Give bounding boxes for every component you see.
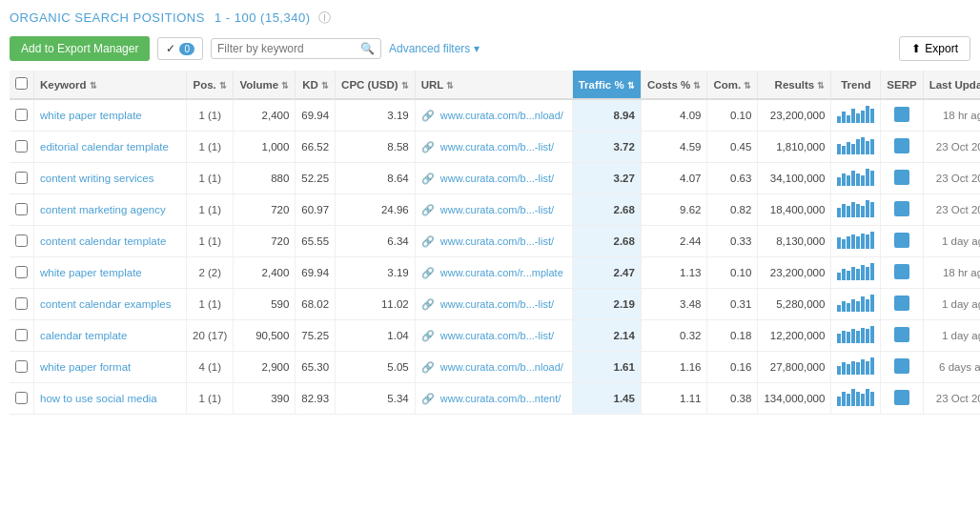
serp-cell[interactable] xyxy=(881,226,923,257)
traffic-cell: 1.45 xyxy=(572,383,641,415)
col-header-results[interactable]: Results ⇅ xyxy=(758,71,831,99)
col-header-url[interactable]: URL ⇅ xyxy=(415,71,572,99)
url-link[interactable]: www.curata.com/b...-list/ xyxy=(440,141,554,153)
trend-bar-segment xyxy=(847,175,850,186)
serp-cell[interactable] xyxy=(881,132,923,163)
serp-icon[interactable] xyxy=(894,296,909,311)
keyword-cell: calendar template xyxy=(34,320,187,352)
cpc-cell: 5.05 xyxy=(336,352,416,383)
serp-cell[interactable] xyxy=(881,194,923,226)
keyword-link[interactable]: content calendar examples xyxy=(40,298,171,310)
serp-cell[interactable] xyxy=(881,383,923,415)
row-checkbox-cell xyxy=(10,383,34,415)
col-header-kd[interactable]: KD ⇅ xyxy=(296,71,336,99)
check-button[interactable]: ✓ 0 xyxy=(157,37,203,60)
trend-cell xyxy=(831,99,881,132)
trend-bar-segment xyxy=(866,267,869,280)
serp-cell[interactable] xyxy=(881,163,923,194)
advanced-filters-link[interactable]: Advanced filters ▾ xyxy=(389,42,480,55)
row-checkbox[interactable] xyxy=(15,140,28,153)
select-all-checkbox[interactable] xyxy=(15,77,28,90)
sort-arrow-traffic: ⇅ xyxy=(627,81,635,91)
url-link[interactable]: www.curata.com/b...-list/ xyxy=(440,330,554,341)
keyword-link[interactable]: content writing services xyxy=(40,173,154,184)
keyword-link[interactable]: white paper format xyxy=(40,361,131,373)
url-link[interactable]: www.curata.com/b...-list/ xyxy=(440,204,554,215)
row-checkbox[interactable] xyxy=(15,392,28,404)
trend-bar-segment xyxy=(870,139,874,154)
row-checkbox[interactable] xyxy=(15,172,28,184)
col-header-lastupdate[interactable]: Last Update ⇅ xyxy=(923,71,980,99)
trend-bar xyxy=(837,200,874,217)
lastupdate-cell: 23 Oct 2017 xyxy=(923,194,980,226)
url-link[interactable]: www.curata.com/b...nload/ xyxy=(440,361,563,373)
costs-cell: 3.48 xyxy=(641,289,707,320)
serp-cell[interactable] xyxy=(881,320,923,352)
col-header-costs[interactable]: Costs % ⇅ xyxy=(641,71,707,99)
col-header-traffic[interactable]: Traffic % ⇅ xyxy=(572,71,641,99)
volume-cell: 590 xyxy=(234,289,296,320)
keyword-link[interactable]: white paper template xyxy=(40,110,142,121)
url-link[interactable]: www.curata.com/r...mplate xyxy=(440,267,563,278)
col-header-volume[interactable]: Volume ⇅ xyxy=(234,71,296,99)
kd-cell: 75.25 xyxy=(296,320,336,352)
serp-icon[interactable] xyxy=(894,201,909,216)
row-checkbox[interactable] xyxy=(15,297,28,310)
traffic-cell: 2.14 xyxy=(572,320,641,352)
keyword-link[interactable]: content calendar template xyxy=(40,235,166,247)
keyword-link[interactable]: content marketing agency xyxy=(40,204,166,215)
keyword-cell: white paper template xyxy=(34,99,187,132)
col-header-checkbox[interactable] xyxy=(10,71,34,99)
serp-icon[interactable] xyxy=(894,138,909,153)
keyword-link[interactable]: how to use social media xyxy=(40,393,157,404)
url-link[interactable]: www.curata.com/b...nload/ xyxy=(440,110,563,121)
serp-cell[interactable] xyxy=(881,352,923,383)
add-to-export-button[interactable]: Add to Export Manager xyxy=(10,36,150,61)
trend-bar xyxy=(837,232,874,249)
keyword-link[interactable]: calendar template xyxy=(40,330,127,341)
url-link[interactable]: www.curata.com/b...-list/ xyxy=(440,298,554,310)
url-link[interactable]: www.curata.com/b...-list/ xyxy=(440,173,554,184)
row-checkbox[interactable] xyxy=(15,360,28,373)
url-link[interactable]: www.curata.com/b...-list/ xyxy=(440,235,554,247)
row-checkbox[interactable] xyxy=(15,329,28,341)
volume-cell: 2,400 xyxy=(234,99,296,132)
serp-icon[interactable] xyxy=(894,390,909,405)
col-header-pos[interactable]: Pos. ⇅ xyxy=(187,71,234,99)
serp-icon[interactable] xyxy=(894,233,909,248)
col-header-keyword[interactable]: Keyword ⇅ xyxy=(34,71,187,99)
row-checkbox-cell xyxy=(10,99,34,132)
trend-bar-segment xyxy=(842,112,846,123)
serp-cell[interactable] xyxy=(881,99,923,132)
row-checkbox[interactable] xyxy=(15,234,28,247)
trend-bar-segment xyxy=(837,208,841,217)
lastupdate-cell: 23 Oct 2017 xyxy=(923,132,980,163)
keyword-link[interactable]: white paper template xyxy=(40,267,142,278)
serp-icon[interactable] xyxy=(894,107,909,122)
serp-cell[interactable] xyxy=(881,257,923,289)
info-icon[interactable]: ⓘ xyxy=(318,10,332,25)
trend-bar-segment xyxy=(861,137,865,154)
col-header-cpc[interactable]: CPC (USD) ⇅ xyxy=(336,71,416,99)
filter-keyword-input[interactable] xyxy=(217,42,360,55)
url-link[interactable]: www.curata.com/b...ntent/ xyxy=(440,393,561,404)
serp-cell[interactable] xyxy=(881,289,923,320)
col-header-com[interactable]: Com. ⇅ xyxy=(707,71,758,99)
col-header-trend[interactable]: Trend xyxy=(831,71,881,99)
cpc-cell: 8.64 xyxy=(336,163,416,194)
serp-icon[interactable] xyxy=(894,170,909,185)
keyword-link[interactable]: editorial calendar template xyxy=(40,141,169,153)
costs-cell: 1.16 xyxy=(641,352,707,383)
serp-icon[interactable] xyxy=(894,358,909,374)
row-checkbox[interactable] xyxy=(15,109,28,121)
row-checkbox[interactable] xyxy=(15,266,28,278)
col-header-serp[interactable]: SERP xyxy=(881,71,923,99)
cpc-cell: 1.04 xyxy=(336,320,416,352)
export-button[interactable]: ⬆ Export xyxy=(899,36,970,61)
serp-icon[interactable] xyxy=(894,264,909,279)
row-checkbox[interactable] xyxy=(15,203,28,215)
page-header: ORGANIC SEARCH POSITIONS 1 - 100 (15,340… xyxy=(10,10,970,27)
serp-icon[interactable] xyxy=(894,327,909,342)
url-cell: 🔗 www.curata.com/b...-list/ xyxy=(415,163,572,194)
cpc-cell: 24.96 xyxy=(336,194,416,226)
